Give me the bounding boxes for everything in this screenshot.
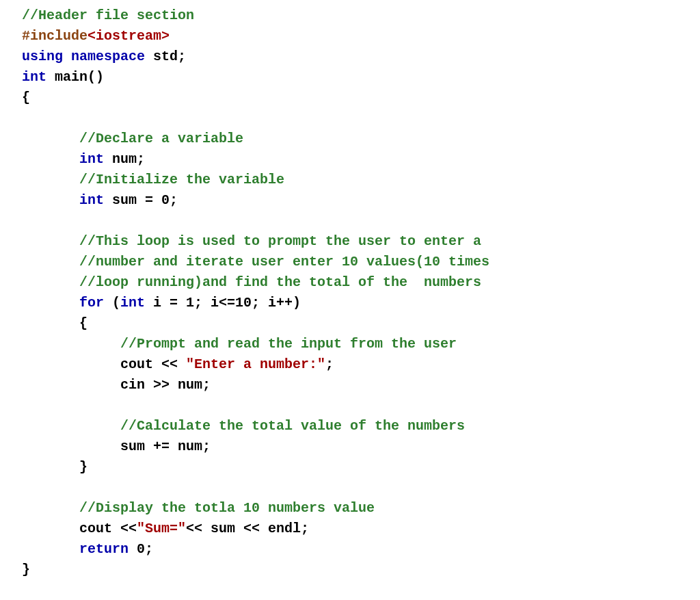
code-line: } xyxy=(22,457,678,478)
code-line: //number and iterate user enter 10 value… xyxy=(22,252,678,272)
code-line: int num; xyxy=(22,149,678,170)
code-line: using namespace std; xyxy=(22,47,678,67)
code-token: sum += num; xyxy=(120,439,211,454)
code-block: //Header file section#include<iostream>u… xyxy=(22,5,678,580)
code-token: #include xyxy=(22,28,88,44)
code-token: std; xyxy=(145,49,186,64)
code-token: return xyxy=(79,541,129,557)
code-token: { xyxy=(79,315,88,331)
code-token: ; xyxy=(325,356,334,372)
code-line: } xyxy=(22,560,678,580)
code-line: sum += num; xyxy=(22,436,678,457)
code-token: "Sum=" xyxy=(137,521,186,536)
code-token: cin >> num; xyxy=(120,377,211,393)
code-token: using xyxy=(22,49,63,64)
code-line: cin >> num; xyxy=(22,375,678,395)
code-line: //Display the totla 10 numbers value xyxy=(22,498,678,519)
code-line xyxy=(22,211,678,231)
code-token: int xyxy=(22,69,46,85)
code-line: { xyxy=(22,313,678,334)
code-token: sum = 0; xyxy=(104,192,178,208)
code-line: #include<iostream> xyxy=(22,26,678,47)
code-line: //Declare a variable xyxy=(22,129,678,149)
code-token: 0; xyxy=(129,541,153,557)
code-line: //Calculate the total value of the numbe… xyxy=(22,416,678,436)
code-token: cout << xyxy=(120,356,186,372)
code-line: //Initialize the variable xyxy=(22,170,678,190)
code-token: //Calculate the total value of the numbe… xyxy=(120,418,465,434)
code-token: { xyxy=(22,90,30,105)
code-token: //Header file section xyxy=(22,8,194,23)
code-line xyxy=(22,108,678,129)
code-token: cout << xyxy=(79,521,137,536)
code-token: //Display the totla 10 numbers value xyxy=(79,500,375,516)
code-token: int xyxy=(79,192,104,208)
code-token: << sum << endl; xyxy=(186,521,309,536)
code-token: } xyxy=(79,459,88,475)
code-token: namespace xyxy=(71,49,145,64)
code-line: cout << "Enter a number:"; xyxy=(22,354,678,375)
code-token: ( xyxy=(104,295,120,311)
code-line xyxy=(22,395,678,416)
code-token: //loop running)and find the total of the… xyxy=(79,274,481,290)
code-token: //Declare a variable xyxy=(79,131,243,146)
code-token: //Prompt and read the input from the use… xyxy=(120,336,457,352)
code-token: //Initialize the variable xyxy=(79,172,284,187)
code-token: main() xyxy=(46,69,104,85)
code-line: int main() xyxy=(22,67,678,88)
code-line: //This loop is used to prompt the user t… xyxy=(22,231,678,252)
code-line: for (int i = 1; i<=10; i++) xyxy=(22,293,678,313)
code-token: num; xyxy=(104,151,145,167)
code-snippet: //Header file section#include<iostream>u… xyxy=(22,5,678,580)
code-line: return 0; xyxy=(22,539,678,560)
code-token: for xyxy=(79,295,104,311)
code-line: int sum = 0; xyxy=(22,190,678,211)
code-token: int xyxy=(79,151,104,167)
code-line: cout <<"Sum="<< sum << endl; xyxy=(22,519,678,539)
code-token: int xyxy=(120,295,145,311)
code-token: } xyxy=(22,562,30,577)
code-token: //This loop is used to prompt the user t… xyxy=(79,233,481,249)
code-token xyxy=(63,49,71,64)
code-token: //number and iterate user enter 10 value… xyxy=(79,254,489,270)
code-token: "Enter a number:" xyxy=(186,356,325,372)
code-line: //Header file section xyxy=(22,5,678,26)
code-line xyxy=(22,478,678,498)
code-token: i = 1; i<=10; i++) xyxy=(145,295,301,311)
code-line: //loop running)and find the total of the… xyxy=(22,272,678,293)
code-line: //Prompt and read the input from the use… xyxy=(22,334,678,354)
code-token: <iostream> xyxy=(88,28,170,44)
code-line: { xyxy=(22,88,678,108)
